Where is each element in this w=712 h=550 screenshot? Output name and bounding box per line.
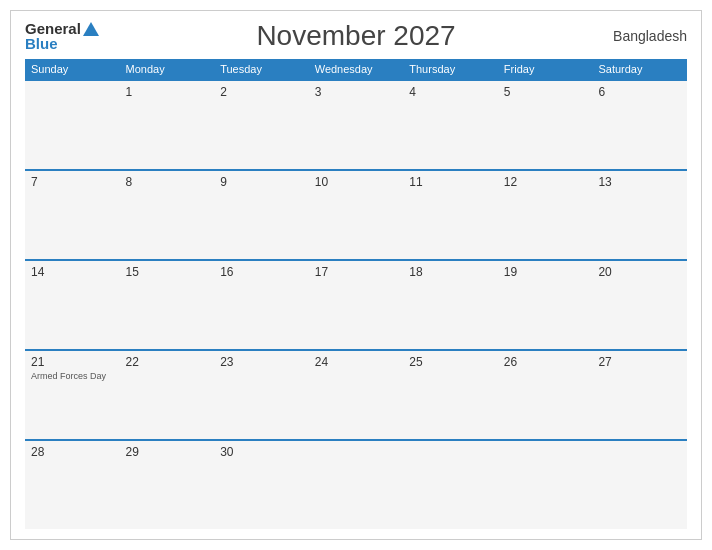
day-number: 25 xyxy=(409,355,492,369)
day-number: 16 xyxy=(220,265,303,279)
day-number: 18 xyxy=(409,265,492,279)
day-cell: 8 xyxy=(120,171,215,259)
day-header-friday: Friday xyxy=(498,59,593,79)
day-header-wednesday: Wednesday xyxy=(309,59,404,79)
day-cell: 20 xyxy=(592,261,687,349)
day-number: 12 xyxy=(504,175,587,189)
day-cell: 21Armed Forces Day xyxy=(25,351,120,439)
day-cell: 24 xyxy=(309,351,404,439)
day-number: 23 xyxy=(220,355,303,369)
calendar-title: November 2027 xyxy=(256,20,455,52)
logo: General Blue xyxy=(25,21,99,51)
day-header-thursday: Thursday xyxy=(403,59,498,79)
day-headers-row: SundayMondayTuesdayWednesdayThursdayFrid… xyxy=(25,59,687,79)
day-number: 30 xyxy=(220,445,303,459)
day-cell: 7 xyxy=(25,171,120,259)
day-number: 5 xyxy=(504,85,587,99)
day-number: 19 xyxy=(504,265,587,279)
day-number: 1 xyxy=(126,85,209,99)
day-number: 4 xyxy=(409,85,492,99)
week-row-0: 123456 xyxy=(25,79,687,169)
day-cell: 6 xyxy=(592,81,687,169)
day-cell: 12 xyxy=(498,171,593,259)
logo-blue-text: Blue xyxy=(25,36,58,51)
calendar-grid: SundayMondayTuesdayWednesdayThursdayFrid… xyxy=(25,59,687,529)
logo-general-text: General xyxy=(25,21,81,36)
day-number: 8 xyxy=(126,175,209,189)
day-number: 9 xyxy=(220,175,303,189)
day-number: 21 xyxy=(31,355,114,369)
weeks-container: 123456789101112131415161718192021Armed F… xyxy=(25,79,687,529)
day-header-tuesday: Tuesday xyxy=(214,59,309,79)
week-row-1: 78910111213 xyxy=(25,169,687,259)
day-cell: 27 xyxy=(592,351,687,439)
day-cell xyxy=(403,441,498,529)
day-cell xyxy=(498,441,593,529)
day-number: 20 xyxy=(598,265,681,279)
day-cell: 25 xyxy=(403,351,498,439)
day-event: Armed Forces Day xyxy=(31,371,114,382)
day-cell: 19 xyxy=(498,261,593,349)
day-number: 28 xyxy=(31,445,114,459)
day-cell xyxy=(25,81,120,169)
day-cell: 4 xyxy=(403,81,498,169)
day-number: 13 xyxy=(598,175,681,189)
day-cell: 30 xyxy=(214,441,309,529)
day-number: 26 xyxy=(504,355,587,369)
day-number: 3 xyxy=(315,85,398,99)
country-label: Bangladesh xyxy=(613,28,687,44)
day-number: 14 xyxy=(31,265,114,279)
day-cell xyxy=(309,441,404,529)
calendar-container: General Blue November 2027 Bangladesh Su… xyxy=(10,10,702,540)
day-cell: 9 xyxy=(214,171,309,259)
day-number: 6 xyxy=(598,85,681,99)
day-cell: 26 xyxy=(498,351,593,439)
day-number: 27 xyxy=(598,355,681,369)
day-number: 22 xyxy=(126,355,209,369)
day-cell: 13 xyxy=(592,171,687,259)
day-number: 11 xyxy=(409,175,492,189)
day-header-sunday: Sunday xyxy=(25,59,120,79)
week-row-3: 21Armed Forces Day222324252627 xyxy=(25,349,687,439)
day-cell: 11 xyxy=(403,171,498,259)
day-number: 10 xyxy=(315,175,398,189)
day-cell: 18 xyxy=(403,261,498,349)
day-cell: 17 xyxy=(309,261,404,349)
day-cell: 28 xyxy=(25,441,120,529)
day-header-saturday: Saturday xyxy=(592,59,687,79)
logo-triangle-icon xyxy=(83,22,99,36)
day-cell: 16 xyxy=(214,261,309,349)
day-cell: 3 xyxy=(309,81,404,169)
day-cell: 29 xyxy=(120,441,215,529)
day-cell: 1 xyxy=(120,81,215,169)
day-number: 24 xyxy=(315,355,398,369)
day-cell: 22 xyxy=(120,351,215,439)
day-cell: 5 xyxy=(498,81,593,169)
day-cell: 15 xyxy=(120,261,215,349)
day-number: 17 xyxy=(315,265,398,279)
calendar-header: General Blue November 2027 Bangladesh xyxy=(25,21,687,51)
day-cell: 23 xyxy=(214,351,309,439)
week-row-2: 14151617181920 xyxy=(25,259,687,349)
day-number: 2 xyxy=(220,85,303,99)
week-row-4: 282930 xyxy=(25,439,687,529)
day-number: 7 xyxy=(31,175,114,189)
day-cell: 10 xyxy=(309,171,404,259)
day-cell xyxy=(592,441,687,529)
day-cell: 2 xyxy=(214,81,309,169)
day-number: 29 xyxy=(126,445,209,459)
day-header-monday: Monday xyxy=(120,59,215,79)
day-cell: 14 xyxy=(25,261,120,349)
day-number: 15 xyxy=(126,265,209,279)
